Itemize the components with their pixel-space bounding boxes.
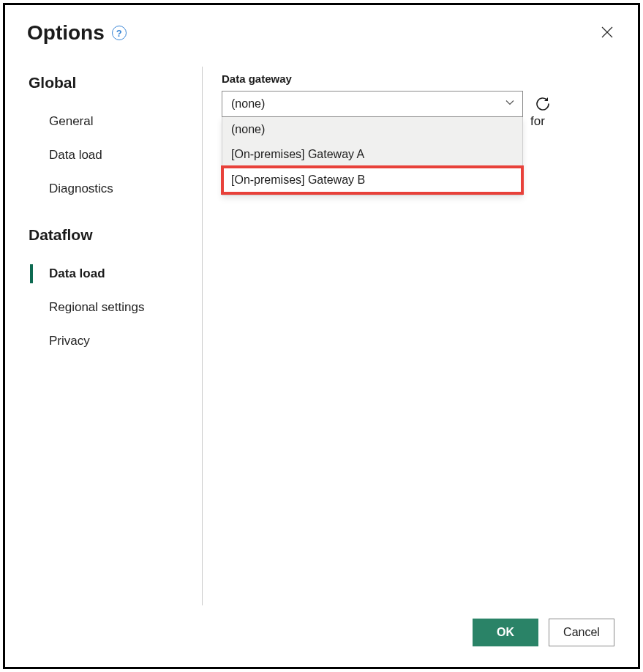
options-dialog: Options ? Global General Data load Diagn…	[3, 3, 640, 669]
header-left: Options ?	[27, 21, 127, 45]
sidebar: Global General Data load Diagnostics Dat…	[27, 67, 203, 605]
content-pane: Data gateway (none) (none) [On-premises]…	[203, 67, 616, 605]
gateway-option-gateway-a[interactable]: [On-premises] Gateway A	[222, 142, 522, 167]
dialog-footer: OK Cancel	[5, 605, 638, 667]
gateway-dropdown-list: (none) [On-premises] Gateway A [On-premi…	[222, 117, 523, 195]
sidebar-item-dataflow-data-load[interactable]: Data load	[27, 257, 198, 291]
gateway-dropdown-control[interactable]: (none)	[222, 91, 523, 117]
gateway-dropdown-value: (none)	[231, 97, 265, 111]
sidebar-item-privacy[interactable]: Privacy	[27, 324, 198, 358]
gateway-label: Data gateway	[222, 72, 616, 85]
sidebar-item-general[interactable]: General	[27, 105, 198, 138]
gateway-hint-text: for	[530, 114, 545, 129]
sidebar-item-regional-settings[interactable]: Regional settings	[27, 291, 198, 324]
dialog-body: Global General Data load Diagnostics Dat…	[5, 52, 638, 605]
refresh-button[interactable]	[532, 93, 554, 115]
refresh-icon	[534, 95, 552, 113]
sidebar-item-diagnostics[interactable]: Diagnostics	[27, 172, 198, 206]
gateway-dropdown: (none) (none) [On-premises] Gateway A [O…	[222, 91, 523, 117]
close-icon[interactable]	[598, 23, 616, 43]
gateway-option-none[interactable]: (none)	[222, 117, 522, 142]
ok-button[interactable]: OK	[473, 619, 538, 646]
gateway-row: (none) (none) [On-premises] Gateway A [O…	[222, 91, 616, 117]
cancel-button[interactable]: Cancel	[549, 619, 614, 646]
chevron-down-icon	[505, 97, 515, 111]
section-header-dataflow: Dataflow	[27, 226, 198, 244]
sidebar-item-global-data-load[interactable]: Data load	[27, 138, 198, 172]
gateway-option-gateway-b[interactable]: [On-premises] Gateway B	[221, 165, 524, 195]
dialog-header: Options ?	[5, 5, 638, 52]
dialog-title: Options	[27, 21, 105, 45]
section-header-global: Global	[27, 74, 198, 92]
help-icon[interactable]: ?	[112, 26, 127, 40]
